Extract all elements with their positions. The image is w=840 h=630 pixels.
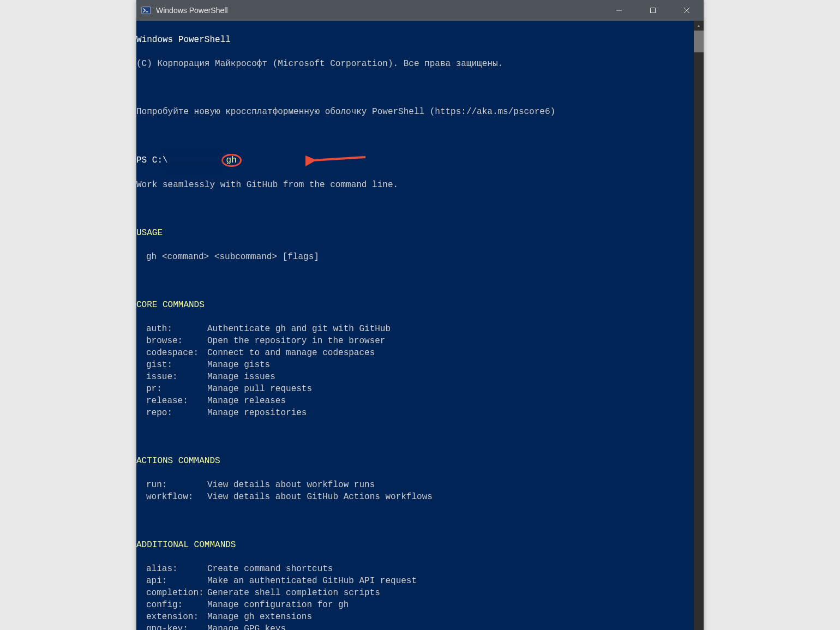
svg-line-6 — [312, 157, 365, 160]
core-name: auth: — [136, 323, 207, 335]
actions-row: workflow:View details about GitHub Actio… — [136, 491, 704, 503]
powershell-window: Windows PowerShell Windows PowerShell (C… — [136, 0, 704, 630]
additional-name: extension: — [136, 611, 207, 623]
additional-row: api:Make an authenticated GitHub API req… — [136, 575, 704, 587]
actions-title: ACTIONS COMMANDS — [136, 455, 704, 467]
titlebar[interactable]: Windows PowerShell — [136, 0, 704, 21]
intro-line: Work seamlessly with GitHub from the com… — [136, 179, 704, 191]
additional-row: gpg-key:Manage GPG keys — [136, 623, 704, 630]
minimize-button[interactable] — [602, 0, 636, 21]
actions-desc: View details about workflow runs — [207, 479, 704, 491]
gh-command: gh — [226, 154, 237, 166]
actions-row: run:View details about workflow runs — [136, 479, 704, 491]
additional-row: alias:Create command shortcuts — [136, 563, 704, 575]
additional-name: api: — [136, 575, 207, 587]
usage-title: USAGE — [136, 227, 704, 239]
core-desc: Manage pull requests — [207, 383, 704, 395]
additional-title: ADDITIONAL COMMANDS — [136, 539, 704, 551]
additional-name: alias: — [136, 563, 207, 575]
additional-name: completion: — [136, 587, 207, 599]
header-line-1: Windows PowerShell — [136, 34, 704, 46]
core-name: pr: — [136, 383, 207, 395]
additional-row: completion:Generate shell completion scr… — [136, 587, 704, 599]
core-name: gist: — [136, 359, 207, 371]
svg-rect-3 — [651, 8, 656, 13]
core-name: repo: — [136, 407, 207, 419]
redacted-path — [168, 155, 220, 165]
additional-desc: Manage gh extensions — [207, 611, 704, 623]
maximize-button[interactable] — [636, 0, 670, 21]
core-row: pr:Manage pull requests — [136, 383, 704, 395]
core-desc: Manage releases — [207, 395, 704, 407]
additional-desc: Make an authenticated GitHub API request — [207, 575, 704, 587]
core-row: gist:Manage gists — [136, 359, 704, 371]
actions-name: workflow: — [136, 491, 207, 503]
core-row: codespace:Connect to and manage codespac… — [136, 347, 704, 359]
additional-desc: Manage configuration for gh — [207, 599, 704, 611]
actions-name: run: — [136, 479, 207, 491]
additional-row: config:Manage configuration for gh — [136, 599, 704, 611]
close-button[interactable] — [670, 0, 704, 21]
terminal-output[interactable]: Windows PowerShell (C) Корпорация Майкро… — [136, 21, 704, 630]
core-desc: Manage issues — [207, 371, 704, 383]
core-row: auth:Authenticate gh and git with GitHub — [136, 323, 704, 335]
core-name: codespace: — [136, 347, 207, 359]
window-title: Windows PowerShell — [156, 6, 602, 15]
header-tryline: Попробуйте новую кроссплатформенную обол… — [136, 106, 704, 118]
prompt-prefix: PS C:\ — [136, 154, 168, 166]
header-line-2: (C) Корпорация Майкрософт (Microsoft Cor… — [136, 58, 704, 70]
usage-body: gh <command> <subcommand> [flags] — [136, 251, 704, 263]
core-name: browse: — [136, 335, 207, 347]
additional-desc: Generate shell completion scripts — [207, 587, 704, 599]
core-row: browse:Open the repository in the browse… — [136, 335, 704, 347]
window-controls — [602, 0, 704, 21]
additional-desc: Manage GPG keys — [207, 623, 704, 630]
core-title: CORE COMMANDS — [136, 299, 704, 311]
powershell-icon — [141, 5, 152, 16]
scrollbar-track[interactable] — [694, 21, 704, 630]
core-row: repo:Manage repositories — [136, 407, 704, 419]
core-row: release:Manage releases — [136, 395, 704, 407]
core-desc: Open the repository in the browser — [207, 335, 704, 347]
additional-name: config: — [136, 599, 207, 611]
core-name: issue: — [136, 371, 207, 383]
additional-row: extension:Manage gh extensions — [136, 611, 704, 623]
core-name: release: — [136, 395, 207, 407]
core-desc: Manage repositories — [207, 407, 704, 419]
annotation-arrow-icon — [305, 151, 371, 167]
core-row: issue:Manage issues — [136, 371, 704, 383]
scrollbar-up-icon[interactable]: ▴ — [694, 21, 704, 31]
additional-desc: Create command shortcuts — [207, 563, 704, 575]
prompt-line: PS C:\ gh — [136, 154, 704, 167]
actions-desc: View details about GitHub Actions workfl… — [207, 491, 704, 503]
core-desc: Authenticate gh and git with GitHub — [207, 323, 704, 335]
scrollbar-thumb[interactable] — [694, 31, 704, 52]
core-desc: Connect to and manage codespaces — [207, 347, 704, 359]
svg-rect-0 — [142, 7, 151, 14]
gh-command-highlight: gh — [221, 154, 242, 167]
additional-name: gpg-key: — [136, 623, 207, 630]
core-desc: Manage gists — [207, 359, 704, 371]
